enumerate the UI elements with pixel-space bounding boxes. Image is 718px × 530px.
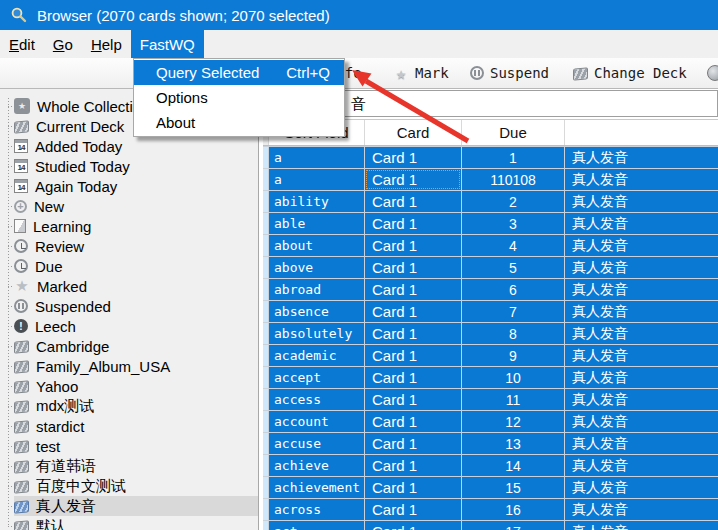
menubar-item-edit[interactable]: Edit <box>0 30 44 58</box>
cell-card[interactable]: Card 1 <box>365 367 461 388</box>
cell-sort-field[interactable]: academic <box>269 345 364 366</box>
sidebar-item-mdx[interactable]: mdx测试 <box>14 396 258 416</box>
cell-deck[interactable]: 真人发音 <box>565 147 718 168</box>
cell-sort-field[interactable]: about <box>269 235 364 256</box>
table-row[interactable]: about Card 1 4 真人发音 <box>263 235 718 256</box>
table-row[interactable]: a Card 1 1 真人发音 <box>263 147 718 168</box>
cell-card[interactable]: Card 1 <box>365 147 461 168</box>
cell-due[interactable]: 15 <box>462 477 564 498</box>
sidebar-item-cambridge[interactable]: Cambridge <box>14 336 258 356</box>
cell-due[interactable]: 3 <box>462 213 564 234</box>
cell-deck[interactable]: 真人发音 <box>565 301 718 322</box>
sidebar-item-learning[interactable]: Learning <box>14 216 258 236</box>
table-row[interactable]: absence Card 1 7 真人发音 <box>263 301 718 322</box>
toolbar-button-suspend[interactable]: Suspend <box>470 58 549 88</box>
cell-sort-field[interactable]: accept <box>269 367 364 388</box>
cell-due[interactable]: 10 <box>462 367 564 388</box>
sidebar-item-marked[interactable]: Marked <box>14 276 258 296</box>
cell-deck[interactable]: 真人发音 <box>565 279 718 300</box>
table-row[interactable]: account Card 1 12 真人发音 <box>263 411 718 432</box>
cell-sort-field[interactable]: achievement <box>269 477 364 498</box>
cell-due[interactable]: 4 <box>462 235 564 256</box>
sidebar-item-item[interactable]: 百度中文测试 <box>14 476 258 496</box>
table-row[interactable]: accuse Card 1 13 真人发音 <box>263 433 718 454</box>
table-row[interactable]: accept Card 1 10 真人发音 <box>263 367 718 388</box>
sidebar-item-review[interactable]: Review <box>14 236 258 256</box>
cell-due[interactable]: 9 <box>462 345 564 366</box>
menubar-item-fastwq[interactable]: FastWQ <box>131 30 204 58</box>
menubar-item-go[interactable]: Go <box>44 30 82 58</box>
sidebar-item-added-today[interactable]: 14 Added Today <box>14 136 258 156</box>
cell-sort-field[interactable]: above <box>269 257 364 278</box>
cell-card[interactable]: Card 1 <box>365 521 461 530</box>
table-row[interactable]: across Card 1 16 真人发音 <box>263 499 718 520</box>
table-row[interactable]: above Card 1 5 真人发音 <box>263 257 718 278</box>
cell-due[interactable]: 8 <box>462 323 564 344</box>
table-row[interactable]: achievement Card 1 15 真人发音 <box>263 477 718 498</box>
cell-card[interactable]: Card 1 <box>365 257 461 278</box>
cell-due[interactable]: 13 <box>462 433 564 454</box>
cell-due[interactable]: 11 <box>462 389 564 410</box>
cell-card[interactable]: Card 1 <box>365 191 461 212</box>
cell-deck[interactable]: 真人发音 <box>565 433 718 454</box>
table-row[interactable]: ability Card 1 2 真人发音 <box>263 191 718 212</box>
sidebar-item-due[interactable]: Due <box>14 256 258 276</box>
cell-sort-field[interactable]: a <box>269 169 364 190</box>
cell-due[interactable]: 1 <box>462 147 564 168</box>
cell-card[interactable]: Card 1 <box>365 455 461 476</box>
table-row[interactable]: achieve Card 1 14 真人发音 <box>263 455 718 476</box>
sidebar-item-family-album-usa[interactable]: Family_Album_USA <box>14 356 258 376</box>
cell-due[interactable]: 6 <box>462 279 564 300</box>
menu-item-about[interactable]: About <box>134 110 344 135</box>
cell-sort-field[interactable]: a <box>269 147 364 168</box>
sidebar-item-stardict[interactable]: stardict <box>14 416 258 436</box>
toolbar-button-sphere-icon[interactable] <box>707 58 718 88</box>
cell-card[interactable]: Card 1 <box>365 389 461 410</box>
menubar-item-help[interactable]: Help <box>82 30 131 58</box>
cell-card[interactable]: Card 1 <box>365 279 461 300</box>
cell-sort-field[interactable]: achieve <box>269 455 364 476</box>
cell-card[interactable]: Card 1 <box>365 301 461 322</box>
table-row[interactable]: a Card 1 110108 真人发音 <box>263 169 718 190</box>
toolbar-button-mark[interactable]: Mark <box>393 58 449 88</box>
column-header-item[interactable] <box>565 120 718 145</box>
table-row[interactable]: academic Card 1 9 真人发音 <box>263 345 718 366</box>
cell-card[interactable]: Card 1 <box>365 433 461 454</box>
cell-deck[interactable]: 真人发音 <box>565 257 718 278</box>
table-row[interactable]: access Card 1 11 真人发音 <box>263 389 718 410</box>
cell-due[interactable]: 7 <box>462 301 564 322</box>
cell-due[interactable]: 110108 <box>462 169 564 190</box>
cell-deck[interactable]: 真人发音 <box>565 455 718 476</box>
cell-deck[interactable]: 真人发音 <box>565 235 718 256</box>
cell-due[interactable]: 14 <box>462 455 564 476</box>
cell-deck[interactable]: 真人发音 <box>565 499 718 520</box>
cell-card[interactable]: Card 1 <box>365 477 461 498</box>
column-header-card[interactable]: Card <box>365 120 461 145</box>
sidebar-item-leech[interactable]: Leech <box>14 316 258 336</box>
cell-sort-field[interactable]: able <box>269 213 364 234</box>
cell-card[interactable]: Card 1 <box>365 411 461 432</box>
toolbar-button-change-deck[interactable]: Change Deck <box>573 58 687 88</box>
cell-sort-field[interactable]: act <box>269 521 364 530</box>
menu-item-options[interactable]: Options <box>134 85 344 110</box>
cell-due[interactable]: 5 <box>462 257 564 278</box>
cell-deck[interactable]: 真人发音 <box>565 323 718 344</box>
cell-deck[interactable]: 真人发音 <box>565 169 718 190</box>
sidebar-item-again-today[interactable]: 14 Again Today <box>14 176 258 196</box>
cell-sort-field[interactable]: ability <box>269 191 364 212</box>
cell-deck[interactable]: 真人发音 <box>565 477 718 498</box>
cell-deck[interactable]: 真人发音 <box>565 367 718 388</box>
menu-item-query-selected[interactable]: Query Selected Ctrl+Q <box>134 60 344 85</box>
cell-sort-field[interactable]: abroad <box>269 279 364 300</box>
cell-sort-field[interactable]: absolutely <box>269 323 364 344</box>
sidebar-item-item[interactable]: 有道韩语 <box>14 456 258 476</box>
cell-due[interactable]: 2 <box>462 191 564 212</box>
cell-card[interactable]: Card 1 <box>365 169 461 190</box>
cell-deck[interactable]: 真人发音 <box>565 411 718 432</box>
cell-sort-field[interactable]: accuse <box>269 433 364 454</box>
cell-deck[interactable]: 真人发音 <box>565 213 718 234</box>
sidebar-item-test[interactable]: test <box>14 436 258 456</box>
cell-card[interactable]: Card 1 <box>365 235 461 256</box>
sidebar-item-new[interactable]: New <box>14 196 258 216</box>
cell-sort-field[interactable]: across <box>269 499 364 520</box>
